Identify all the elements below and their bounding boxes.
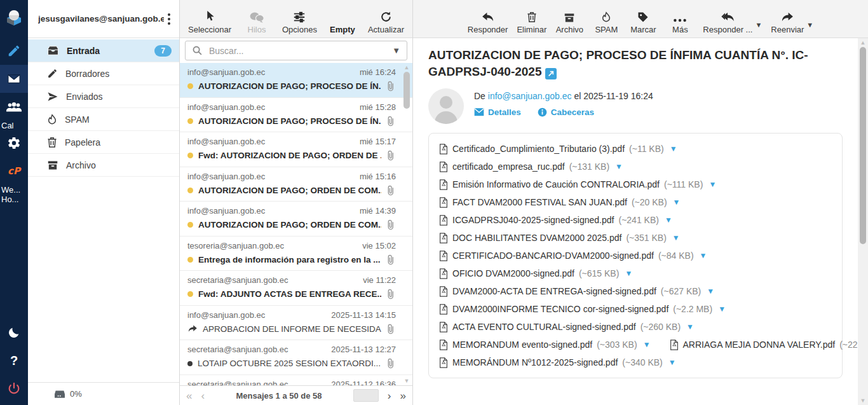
open-in-new-window-icon[interactable]	[545, 68, 557, 79]
attachment-menu-caret-icon[interactable]: ▼	[705, 287, 714, 296]
attachment-name-link[interactable]: ICGADPRSJ040-2025-signed-signed.pdf	[452, 215, 614, 225]
page-prev-button[interactable]: ‹	[201, 390, 205, 401]
message-list-item[interactable]: info@sanjuan.gob.ecmié 15:17Fwd: AUTORIZ…	[180, 132, 412, 167]
attachment-row: Emisión Informativo de Caución CONTRALOR…	[439, 175, 832, 193]
account-selector[interactable]: jesusgavilanes@sanjuan.gob.ec	[28, 0, 179, 38]
attachment-size: (~84 KB)	[658, 251, 694, 261]
attachment-name-link[interactable]: DVAM2000INFORME TECNICO cor-signed-signe…	[452, 304, 668, 314]
attachment-menu-caret-icon[interactable]: ▼	[642, 340, 651, 349]
page-first-button[interactable]: «	[186, 390, 192, 401]
folder-item-borradores[interactable]: Borradores	[28, 62, 179, 85]
seleccionar-button[interactable]: Seleccionar	[188, 4, 231, 34]
message-sender: secretaria@sanjuan.gob.ec	[187, 345, 288, 354]
marcar-button[interactable]: Marcar	[629, 4, 657, 34]
attachment-menu-caret-icon[interactable]: ▼	[671, 233, 680, 242]
attachment-size: (~260 KB)	[641, 322, 681, 332]
eliminar-button[interactable]: Eliminar	[517, 4, 546, 34]
attachment-name-link[interactable]: Certificado_Cumplimiento_Tributario (3).…	[452, 144, 625, 154]
details-button[interactable]: Detalles	[474, 107, 521, 117]
account-menu-kebab-icon[interactable]	[164, 11, 174, 27]
más-button[interactable]: Más	[666, 4, 694, 34]
sender-email-link[interactable]: info@sanjuan.gob.ec	[488, 91, 572, 101]
archivo-button[interactable]: Archivo	[555, 4, 583, 34]
page-number-input[interactable]	[353, 389, 379, 402]
folder-item-archivo[interactable]: Archivo	[28, 154, 179, 177]
attachment-name-link[interactable]: FACT DVAM2000 FESTIVAL SAN JUAN.pdf	[452, 197, 627, 207]
actualizar-button[interactable]: Actualizar	[368, 4, 404, 34]
message-scroll-up-icon[interactable]: ▲	[858, 39, 868, 46]
attachment-name-link[interactable]: ARRIAGA MEJIA DONNA VALERY.pdf	[683, 340, 836, 350]
pdf-file-icon	[670, 340, 679, 350]
attachment-menu-caret-icon[interactable]: ▼	[667, 358, 676, 367]
message-date: mié 15:28	[360, 102, 396, 112]
attachment-menu-caret-icon[interactable]: ▼	[663, 216, 672, 224]
list-scroll-thumb[interactable]	[403, 72, 410, 109]
message-list-item[interactable]: secretaria@sanjuan.gob.ec2025-11-13 12:2…	[180, 340, 412, 375]
attachment-name-link[interactable]: MEMORANDUM evento-signed.pdf	[452, 340, 592, 350]
message-scroll-down-icon[interactable]: ▼	[858, 397, 868, 404]
message-list-item[interactable]: info@sanjuan.gob.ecmié 15:16AUTORIZACION…	[180, 167, 412, 202]
attachment-name-link[interactable]: ACTA EVENTO CULTURAL-signed-signed.pdf	[452, 322, 636, 332]
folder-item-entrada[interactable]: Entrada7	[28, 39, 179, 62]
message-list-item[interactable]: info@sanjuan.gob.ecmié 14:39AUTORIZACION…	[180, 202, 412, 237]
attachment-menu-caret-icon[interactable]: ▼	[685, 322, 694, 331]
attachment-menu-caret-icon[interactable]: ▼	[614, 162, 623, 171]
paperclip-icon	[386, 150, 396, 161]
dropdown-caret-icon[interactable]: ▼	[755, 21, 762, 38]
dropdown-caret-icon[interactable]: ▼	[806, 21, 813, 38]
list-scroll-up-icon[interactable]: ▲	[402, 64, 411, 71]
opciones-button[interactable]: Opciones	[282, 4, 317, 34]
attachment-size: (~303 KB)	[597, 340, 637, 350]
message-scroll-thumb[interactable]	[860, 47, 866, 244]
mail-icon[interactable]	[0, 65, 28, 93]
responder-button[interactable]: Responder	[468, 4, 508, 34]
cpanel-icon[interactable]: cP	[0, 157, 28, 185]
attachment-name-link[interactable]: certificado_empresa_ruc.pdf	[452, 161, 565, 172]
folder-item-enviados[interactable]: Enviados	[28, 85, 179, 108]
attachment-row: OFICIO DVAM2000-signed.pdf(~615 KB)▼	[439, 264, 832, 282]
attachment-menu-caret-icon[interactable]: ▼	[707, 180, 716, 189]
responder-button[interactable]: Responder ...	[703, 4, 752, 34]
unread-count-badge: 7	[154, 45, 172, 57]
message-list-item[interactable]: secretaria@sanjuan.gob.ec2025-11-12 16:3…	[180, 375, 412, 386]
message-list-item[interactable]: tesoreria@sanjuan.gob.ecvie 15:02Entrega…	[180, 237, 412, 271]
message-subject-preview: Fwd: ADJUNTO ACTAS DE ENTREGA RECE...	[198, 289, 381, 299]
dark-mode-moon-icon[interactable]	[0, 319, 28, 347]
page-next-button[interactable]: ›	[388, 390, 391, 401]
help-icon[interactable]: ?	[0, 347, 28, 374]
message-list-item[interactable]: info@sanjuan.gob.ecmié 15:28AUTORIZACION…	[180, 98, 412, 133]
avatar	[428, 88, 464, 124]
attachment-name-link[interactable]: DOC HABILITANTES DVAM2000 2025.pdf	[452, 233, 621, 243]
attachment-name-link[interactable]: DVAM2000-ACTA DE ENTREGA-signed-signed.p…	[452, 286, 656, 296]
headers-button[interactable]: Cabeceras	[538, 107, 594, 117]
calendar-link[interactable]: Cal	[0, 121, 28, 129]
reenviar-button[interactable]: Reenviar	[771, 4, 804, 34]
search-options-chevron-down-icon[interactable]: ▼	[386, 46, 407, 55]
contacts-icon[interactable]	[0, 93, 28, 121]
hilos-button[interactable]: Hilos	[243, 4, 271, 34]
message-list-item[interactable]: info@sanjuan.gob.ecmié 16:24AUTORIZACION…	[180, 63, 412, 98]
folder-item-papelera[interactable]: Papelera	[28, 131, 179, 154]
gear-icon[interactable]	[0, 129, 28, 157]
logout-power-icon[interactable]	[0, 374, 28, 402]
attachment-menu-caret-icon[interactable]: ▼	[717, 305, 726, 313]
attachment-menu-caret-icon[interactable]: ▼	[668, 144, 677, 153]
app-logo-icon[interactable]	[0, 4, 28, 32]
spam-button[interactable]: SPAM	[592, 4, 620, 34]
list-scroll-down-icon[interactable]: ▼	[402, 378, 411, 384]
compose-icon[interactable]	[0, 37, 28, 65]
attachment-menu-caret-icon[interactable]: ▼	[623, 269, 632, 278]
empty-button[interactable]: Empty	[329, 4, 356, 34]
attachment-name-link[interactable]: OFICIO DVAM2000-signed.pdf	[452, 268, 574, 278]
page-last-button[interactable]: »	[400, 390, 406, 401]
message-list-item[interactable]: secretaria@sanjuan.gob.ecvie 11:22Fwd: A…	[180, 271, 412, 306]
attachment-name-link[interactable]: Emisión Informativo de Caución CONTRALOR…	[452, 179, 660, 189]
webmail-home-link[interactable]: We... Ho...	[0, 185, 28, 204]
attachment-menu-caret-icon[interactable]: ▼	[672, 198, 681, 207]
attachment-menu-caret-icon[interactable]: ▼	[698, 251, 707, 260]
search-input[interactable]	[205, 46, 386, 56]
message-list-item[interactable]: info@sanjuan.gob.ec2025-11-13 14:15APROB…	[180, 306, 412, 341]
attachment-name-link[interactable]: CERTIFICADO-BANCARIO-DVAM2000-signed.pdf	[452, 251, 654, 261]
attachment-name-link[interactable]: MEMORÁNDUM Nº1012-2025-signed.pdf	[452, 357, 618, 367]
folder-item-spam[interactable]: SPAM	[28, 108, 179, 131]
